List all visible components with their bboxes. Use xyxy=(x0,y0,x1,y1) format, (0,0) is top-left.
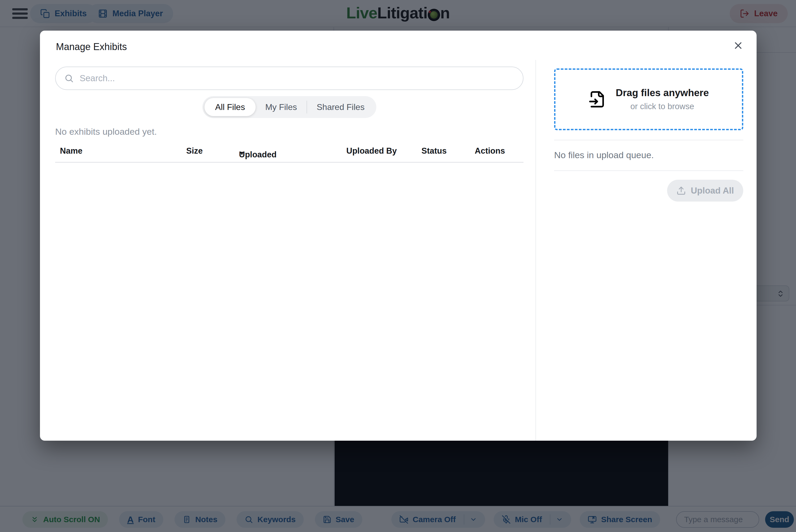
search-icon xyxy=(64,74,74,83)
section-divider xyxy=(535,60,536,441)
exhibits-table-header: Name Size Uploaded▼ Uploaded By Status A… xyxy=(55,142,523,163)
queue-divider-bottom xyxy=(554,170,743,171)
column-size[interactable]: Size xyxy=(186,146,203,156)
upload-section: Drag files anywhere or click to browse N… xyxy=(554,31,743,441)
tab-shared-files[interactable]: Shared Files xyxy=(307,96,374,118)
upload-all-label: Upload All xyxy=(691,186,734,196)
manage-exhibits-modal: Manage Exhibits All Files My Files Share… xyxy=(40,31,757,441)
tab-my-files[interactable]: My Files xyxy=(256,96,307,118)
dropzone-text: Drag files anywhere or click to browse xyxy=(616,87,709,111)
empty-exhibits-message: No exhibits uploaded yet. xyxy=(55,127,157,137)
file-dropzone[interactable]: Drag files anywhere or click to browse xyxy=(554,69,743,130)
upload-queue-empty-message: No files in upload queue. xyxy=(554,150,654,160)
upload-icon xyxy=(677,186,686,195)
upload-all-button[interactable]: Upload All xyxy=(667,180,743,202)
tab-all-files[interactable]: All Files xyxy=(205,98,256,116)
column-uploaded-by[interactable]: Uploaded By xyxy=(346,146,397,156)
file-input-icon xyxy=(589,91,606,108)
file-filter-tabs: All Files My Files Shared Files xyxy=(202,96,376,118)
queue-divider-top xyxy=(554,140,743,140)
search-input[interactable] xyxy=(80,73,514,83)
dropzone-title: Drag files anywhere xyxy=(616,87,709,98)
exhibits-list-section: All Files My Files Shared Files No exhib… xyxy=(55,31,523,441)
column-actions: Actions xyxy=(475,146,505,156)
column-name[interactable]: Name xyxy=(60,146,82,156)
column-status[interactable]: Status xyxy=(422,146,447,156)
sort-desc-icon: ▼ xyxy=(239,150,245,157)
app-screen: Exhibits Media Player LiveLitigatin Leav… xyxy=(0,0,796,532)
search-box xyxy=(55,66,523,90)
dropzone-subtitle: or click to browse xyxy=(616,102,709,111)
